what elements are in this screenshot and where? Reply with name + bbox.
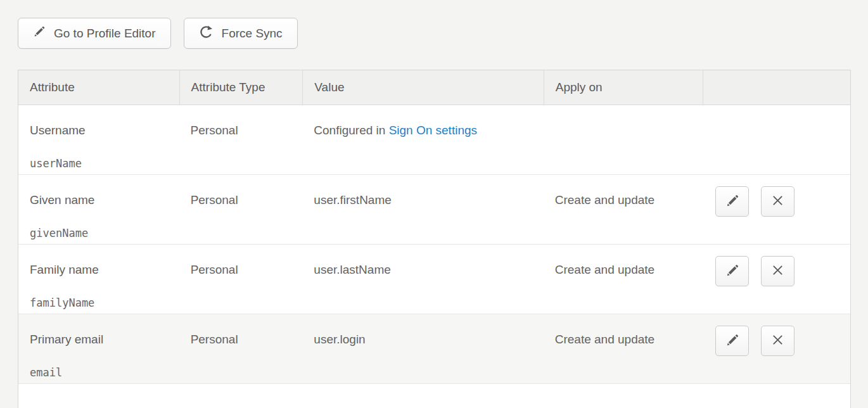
value-cell: user.firstName — [302, 175, 543, 244]
attribute-cell: Family name familyName — [18, 245, 179, 314]
header-attribute: Attribute — [18, 70, 179, 105]
table-row-family-name: Family name familyName Personal user.las… — [18, 245, 850, 314]
attribute-variable-name: familyName — [30, 296, 168, 309]
header-value: Value — [302, 70, 543, 105]
force-sync-label: Force Sync — [222, 27, 283, 41]
edit-attribute-button[interactable] — [715, 326, 749, 356]
sign-on-settings-link[interactable]: Sign On settings — [389, 124, 477, 137]
table-row-primary-email: Primary email email Personal user.login … — [18, 314, 850, 384]
header-attribute-type: Attribute Type — [179, 70, 303, 105]
apply-on-cell — [544, 105, 703, 174]
table-header-row: Attribute Attribute Type Value Apply on — [18, 70, 850, 105]
delete-attribute-button[interactable] — [761, 256, 795, 286]
toolbar: Go to Profile Editor Force Sync — [18, 18, 298, 49]
attribute-mapping-table: Attribute Attribute Type Value Apply on … — [18, 70, 851, 408]
pencil-icon — [725, 194, 739, 210]
attribute-type-cell: Personal — [179, 314, 303, 383]
edit-attribute-button[interactable] — [715, 256, 749, 286]
actions-cell — [703, 245, 850, 314]
attribute-type-cell: Personal — [179, 245, 303, 314]
attribute-cell: Primary email email — [18, 314, 179, 383]
attribute-variable-name: givenName — [30, 227, 168, 239]
actions-cell — [703, 314, 850, 383]
actions-cell — [703, 105, 850, 174]
pencil-icon — [725, 264, 739, 279]
close-x-icon — [771, 264, 784, 279]
pencil-icon — [725, 333, 739, 349]
value-text: Configured in — [314, 124, 388, 137]
pencil-icon — [33, 25, 46, 41]
attribute-cell: Username userName — [18, 105, 179, 174]
table-row-partial — [18, 384, 850, 408]
table-row-given-name: Given name givenName Personal user.first… — [18, 175, 850, 245]
table-row-username: Username userName Personal Configured in… — [18, 105, 850, 175]
go-to-profile-editor-label: Go to Profile Editor — [54, 27, 156, 41]
close-x-icon — [771, 194, 784, 209]
attribute-label: Family name — [30, 263, 168, 277]
attribute-type-cell: Personal — [179, 175, 303, 244]
delete-attribute-button[interactable] — [761, 326, 795, 356]
attribute-label: Given name — [30, 193, 168, 207]
attribute-label: Username — [30, 124, 168, 137]
force-sync-button[interactable]: Force Sync — [184, 18, 298, 49]
attribute-variable-name: email — [30, 366, 168, 379]
attribute-cell: Given name givenName — [18, 175, 179, 244]
actions-cell — [703, 175, 850, 244]
header-apply-on: Apply on — [544, 70, 703, 105]
delete-attribute-button[interactable] — [761, 186, 795, 217]
apply-on-cell: Create and update — [544, 314, 703, 383]
value-cell: user.login — [302, 314, 543, 383]
edit-attribute-button[interactable] — [715, 186, 749, 217]
apply-on-cell: Create and update — [544, 175, 703, 244]
value-cell: Configured in Sign On settings — [302, 105, 543, 174]
apply-on-cell: Create and update — [544, 245, 703, 314]
close-x-icon — [771, 333, 784, 348]
attribute-label: Primary email — [30, 333, 168, 347]
value-cell: user.lastName — [302, 245, 543, 314]
refresh-icon — [199, 25, 214, 42]
attribute-variable-name: userName — [30, 157, 168, 170]
header-actions — [703, 70, 850, 105]
go-to-profile-editor-button[interactable]: Go to Profile Editor — [18, 18, 171, 49]
attribute-type-cell: Personal — [179, 105, 303, 174]
